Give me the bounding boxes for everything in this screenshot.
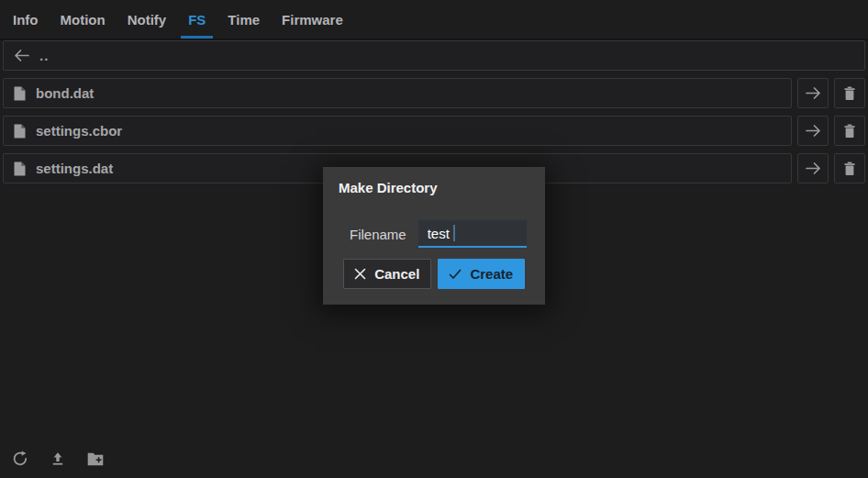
file-name: settings.cbor <box>36 123 122 139</box>
upload-button[interactable] <box>50 450 66 467</box>
file-row-main[interactable]: settings.cbor <box>3 116 792 146</box>
filename-form-row: Filename <box>339 220 529 248</box>
delete-file-button[interactable] <box>834 78 865 108</box>
refresh-icon <box>12 450 28 467</box>
folder-plus-icon <box>87 452 104 466</box>
bottom-toolbar <box>12 450 104 467</box>
delete-file-button[interactable] <box>834 116 865 146</box>
open-file-button[interactable] <box>797 78 829 108</box>
refresh-button[interactable] <box>12 450 28 467</box>
new-folder-button[interactable] <box>87 450 104 467</box>
tab-fs[interactable]: FS <box>177 0 217 39</box>
filename-label: Filename <box>350 227 406 242</box>
trash-icon <box>843 86 856 101</box>
right-arrow-icon <box>806 161 821 175</box>
tab-time[interactable]: Time <box>217 0 271 39</box>
create-button[interactable]: Create <box>438 259 526 289</box>
tab-notify[interactable]: Notify <box>117 0 178 39</box>
tab-bar: Info Motion Notify FS Time Firmware <box>0 0 868 40</box>
file-list: .. bond.dat <box>0 40 868 183</box>
right-arrow-icon <box>806 124 821 138</box>
open-file-button[interactable] <box>797 116 829 146</box>
up-row-label: .. <box>39 48 49 63</box>
trash-icon <box>843 124 856 139</box>
cancel-button-label: Cancel <box>374 266 419 282</box>
upload-icon <box>50 451 65 466</box>
file-row: bond.dat <box>3 78 865 108</box>
check-icon <box>449 269 462 280</box>
file-row-main[interactable]: bond.dat <box>3 78 792 108</box>
file-icon <box>14 124 26 139</box>
open-file-button[interactable] <box>797 153 829 183</box>
file-icon <box>14 86 26 101</box>
create-button-label: Create <box>470 266 513 282</box>
file-name: bond.dat <box>36 85 94 101</box>
file-row: settings.cbor <box>3 116 865 146</box>
x-icon <box>354 268 366 280</box>
file-icon <box>14 161 26 176</box>
file-name: settings.dat <box>36 161 113 176</box>
left-arrow-icon <box>14 49 29 62</box>
make-directory-dialog: Make Directory Filename Cancel Create <box>323 167 545 305</box>
trash-icon <box>843 161 856 176</box>
dialog-title: Make Directory <box>339 180 529 195</box>
tab-info[interactable]: Info <box>2 0 50 39</box>
tab-motion[interactable]: Motion <box>50 0 117 39</box>
up-row: .. <box>3 40 865 71</box>
up-directory-button[interactable]: .. <box>3 40 865 71</box>
right-arrow-icon <box>806 86 821 100</box>
cancel-button[interactable]: Cancel <box>343 259 431 289</box>
tab-firmware[interactable]: Firmware <box>271 0 354 39</box>
dialog-buttons: Cancel Create <box>339 259 529 289</box>
text-cursor <box>453 225 455 241</box>
delete-file-button[interactable] <box>834 153 865 183</box>
filename-input-wrap <box>418 220 527 248</box>
filename-input[interactable] <box>418 220 527 248</box>
